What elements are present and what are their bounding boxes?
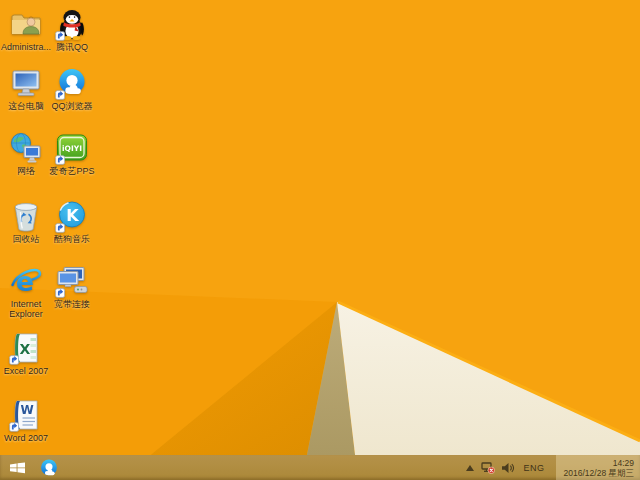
desktop-icon-label: 爱奇艺PPS xyxy=(46,166,98,176)
desktop-icon-word-2007[interactable]: W Word 2007 xyxy=(0,398,52,443)
tray-clock[interactable]: 14:29 2016/12/28 星期三 xyxy=(556,455,640,480)
desktop-icon-label: Internet Explorer xyxy=(0,299,52,319)
start-button[interactable] xyxy=(0,455,34,480)
desktop-icon-qq-browser[interactable]: QQ浏览器 xyxy=(46,66,98,111)
desktop-icon-internet-explorer[interactable]: e Internet Explorer xyxy=(0,264,52,319)
taskbar-qq-browser-button[interactable] xyxy=(34,455,64,480)
desktop-icon-label: 腾讯QQ xyxy=(46,42,98,52)
desktop-icon-recycle-bin[interactable]: 回收站 xyxy=(0,199,52,244)
desktop-icon-tencent-qq[interactable]: 腾讯QQ xyxy=(46,7,98,52)
speaker-icon xyxy=(502,462,515,474)
kugou-icon: K xyxy=(55,199,89,233)
qq-penguin-icon xyxy=(55,7,89,41)
svg-text:K: K xyxy=(66,206,79,225)
desktop-icon-label: Excel 2007 xyxy=(0,366,52,376)
tray-show-hidden-icons-button[interactable] xyxy=(466,465,474,471)
desktop-icon-label: Word 2007 xyxy=(0,433,52,443)
word-icon: W xyxy=(9,398,43,432)
tray-language-indicator[interactable]: ENG xyxy=(524,463,545,473)
desktop-icon-label: Administra... xyxy=(0,42,52,52)
clock-time: 14:29 xyxy=(613,458,634,468)
desktop-icon-label: 酷狗音乐 xyxy=(46,234,98,244)
qq-browser-icon xyxy=(39,458,59,478)
desktop-icon-kugou-music[interactable]: K 酷狗音乐 xyxy=(46,199,98,244)
desktop-icon-excel-2007[interactable]: X Excel 2007 xyxy=(0,331,52,376)
desktop-icon-broadband-connection[interactable]: 宽带连接 xyxy=(46,264,98,309)
clock-date: 2016/12/28 星期三 xyxy=(564,468,634,478)
tray-network-status[interactable] xyxy=(481,462,495,474)
iqiyi-icon: iQIYI xyxy=(55,131,89,165)
system-tray: ENG 14:29 2016/12/28 星期三 xyxy=(466,455,640,480)
svg-text:iQIYI: iQIYI xyxy=(62,144,82,153)
ie-icon: e xyxy=(9,264,43,298)
computer-icon xyxy=(9,66,43,100)
desktop-icon-iqiyi-pps[interactable]: iQIYI 爱奇艺PPS xyxy=(46,131,98,176)
desktop-icon-label: QQ浏览器 xyxy=(46,101,98,111)
desktop-icon-label: 宽带连接 xyxy=(46,299,98,309)
svg-text:X: X xyxy=(20,341,31,357)
tray-volume-control[interactable] xyxy=(502,462,515,474)
qq-browser-icon xyxy=(55,66,89,100)
svg-text:W: W xyxy=(20,403,33,417)
desktop-icon-label: 这台电脑 xyxy=(0,101,52,111)
network-disconnected-icon xyxy=(481,462,495,474)
desktop-icon-this-pc[interactable]: 这台电脑 xyxy=(0,66,52,111)
start-windows-icon xyxy=(10,462,25,474)
excel-icon: X xyxy=(9,331,43,365)
recycle-bin-icon xyxy=(9,199,43,233)
desktop: Administra... 这台电脑 网络 xyxy=(0,0,640,480)
chevron-up-icon xyxy=(466,465,474,471)
desktop-icon-label: 回收站 xyxy=(0,234,52,244)
network-globe-icon xyxy=(9,131,43,165)
user-folder-icon xyxy=(9,7,43,41)
desktop-icon-network[interactable]: 网络 xyxy=(0,131,52,176)
broadband-icon xyxy=(55,264,89,298)
desktop-icon-label: 网络 xyxy=(0,166,52,176)
taskbar: ENG 14:29 2016/12/28 星期三 xyxy=(0,455,640,480)
desktop-icon-administrator[interactable]: Administra... xyxy=(0,7,52,52)
